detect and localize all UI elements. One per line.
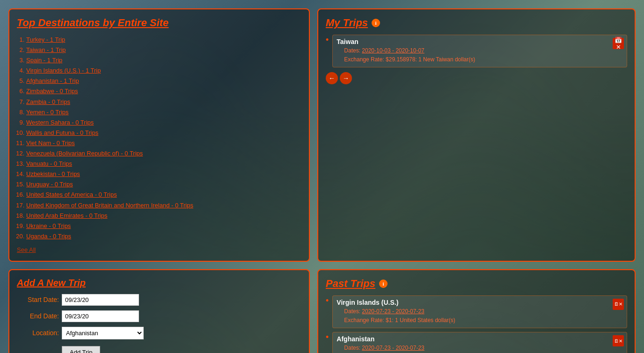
destination-item[interactable]: Western Sahara - 0 Trips <box>26 118 301 128</box>
trip-card: Virgin Islands (U.S.) Dates: 2020-07-23 … <box>332 295 627 328</box>
destination-item[interactable]: Uganda - 0 Trips <box>26 231 301 242</box>
destination-item[interactable]: United States of America - 0 Trips <box>26 190 301 200</box>
delete-trip-button[interactable]: 📅✕ <box>613 38 624 49</box>
list-item: • Virgin Islands (U.S.) Dates: 2020-07-2… <box>326 295 627 328</box>
trip-details: Dates: 2020-10-03 - 2020-10-07 Exchange … <box>337 46 623 64</box>
trip-dates: Dates: 2020-07-23 - 2020-07-23 <box>344 344 623 353</box>
trip-location: Taiwan <box>337 38 623 45</box>
past-trips-list: • Virgin Islands (U.S.) Dates: 2020-07-2… <box>326 295 627 353</box>
add-trip-title: Add A New Trip <box>17 278 301 288</box>
trip-dates-link[interactable]: 2020-07-23 - 2020-07-23 <box>362 308 424 315</box>
delete-trip-button[interactable]: 🗓✕ <box>613 299 624 310</box>
destination-item[interactable]: United Arab Emirates - 0 Trips <box>26 211 301 221</box>
destination-item[interactable]: Wallis and Futuna - 0 Trips <box>26 128 301 138</box>
bullet: • <box>326 36 329 44</box>
my-trips-pagination: ← → <box>326 72 627 84</box>
destination-item[interactable]: Zambia - 0 Trips <box>26 97 301 107</box>
past-trips-info-icon[interactable]: i <box>379 279 388 288</box>
destinations-list: Turkey - 1 TripTaiwan - 1 TripSpain - 1 … <box>26 35 301 242</box>
delete-trip-button[interactable]: 🗓✕ <box>613 335 624 346</box>
destination-item[interactable]: Yemen - 0 Trips <box>26 107 301 118</box>
destination-item[interactable]: Turkey - 1 Trip <box>26 35 301 45</box>
location-select[interactable]: AfghanistanAlbaniaAlgeriaAndorraAngolaAr… <box>62 327 144 339</box>
destination-item[interactable]: Afghanistan - 1 Trip <box>26 76 301 86</box>
end-date-label: End Date: <box>17 312 59 320</box>
my-trips-info-icon[interactable]: i <box>372 19 380 27</box>
location-label: Location: <box>17 329 59 337</box>
my-trips-title: My Trips i <box>326 17 627 29</box>
trip-exchange-rate: Exchange Rate: $29.158978: 1 New Taiwan … <box>344 55 623 64</box>
start-date-row: Start Date: <box>17 294 301 306</box>
add-trip-button[interactable]: Add Trip <box>62 346 100 353</box>
destination-item[interactable]: Taiwan - 1 Trip <box>26 45 301 55</box>
trip-card: Afghanistan Dates: 2020-07-23 - 2020-07-… <box>332 332 627 353</box>
destination-item[interactable]: Uruguay - 0 Trips <box>26 179 301 190</box>
trip-card: Taiwan Dates: 2020-10-03 - 2020-10-07 Ex… <box>332 35 627 67</box>
trip-dates-link[interactable]: 2020-10-03 - 2020-10-07 <box>362 47 424 54</box>
my-trips-panel: My Trips i • Taiwan Dates: 2020-10-03 - … <box>317 8 636 262</box>
destination-item[interactable]: United Kingdom of Great Britain and Nort… <box>26 200 301 211</box>
my-trips-next-button[interactable]: → <box>340 72 352 84</box>
past-trips-title: Past Trips i <box>326 278 627 290</box>
trip-dates-link[interactable]: 2020-07-23 - 2020-07-23 <box>362 345 424 351</box>
trip-location: Virgin Islands (U.S.) <box>337 299 623 306</box>
destination-item[interactable]: Zimbabwe - 0 Trips <box>26 86 301 96</box>
top-destinations-panel: Top Destinations by Entire Site Turkey -… <box>8 8 310 262</box>
trip-details: Dates: 2020-07-23 - 2020-07-23 Exchange … <box>337 344 623 353</box>
start-date-label: Start Date: <box>17 296 59 303</box>
end-date-input[interactable] <box>62 310 139 322</box>
my-trips-prev-button[interactable]: ← <box>326 72 338 84</box>
trip-dates: Dates: 2020-10-03 - 2020-10-07 <box>344 46 623 55</box>
destination-item[interactable]: Viet Nam - 0 Trips <box>26 138 301 148</box>
destination-item[interactable]: Vanuatu - 0 Trips <box>26 159 301 169</box>
trip-exchange-rate: Exchange Rate: $1: 1 United States dolla… <box>344 316 623 325</box>
start-date-input[interactable] <box>62 294 139 306</box>
trip-dates: Dates: 2020-07-23 - 2020-07-23 <box>344 307 623 316</box>
destination-item[interactable]: Ukraine - 0 Trips <box>26 221 301 231</box>
destination-item[interactable]: Virgin Islands (U.S.) - 1 Trip <box>26 66 301 76</box>
top-destinations-title: Top Destinations by Entire Site <box>17 17 301 29</box>
bullet: • <box>326 333 329 341</box>
trip-location: Afghanistan <box>337 335 623 343</box>
add-trip-panel: Add A New Trip Start Date: End Date: Loc… <box>8 269 310 353</box>
destination-item[interactable]: Uzbekistan - 0 Trips <box>26 169 301 179</box>
end-date-row: End Date: <box>17 310 301 322</box>
bullet: • <box>326 296 329 305</box>
trip-details: Dates: 2020-07-23 - 2020-07-23 Exchange … <box>337 307 623 325</box>
list-item: • Afghanistan Dates: 2020-07-23 - 2020-0… <box>326 332 627 353</box>
location-row: Location: AfghanistanAlbaniaAlgeriaAndor… <box>17 327 301 339</box>
list-item: • Taiwan Dates: 2020-10-03 - 2020-10-07 … <box>326 35 627 67</box>
destination-item[interactable]: Spain - 1 Trip <box>26 55 301 66</box>
past-trips-panel: Past Trips i • Virgin Islands (U.S.) Dat… <box>317 269 636 353</box>
my-trips-list: • Taiwan Dates: 2020-10-03 - 2020-10-07 … <box>326 35 627 67</box>
see-all-link[interactable]: See All <box>17 246 301 253</box>
destination-item[interactable]: Venezuela (Bolivarian Republic of) - 0 T… <box>26 148 301 159</box>
